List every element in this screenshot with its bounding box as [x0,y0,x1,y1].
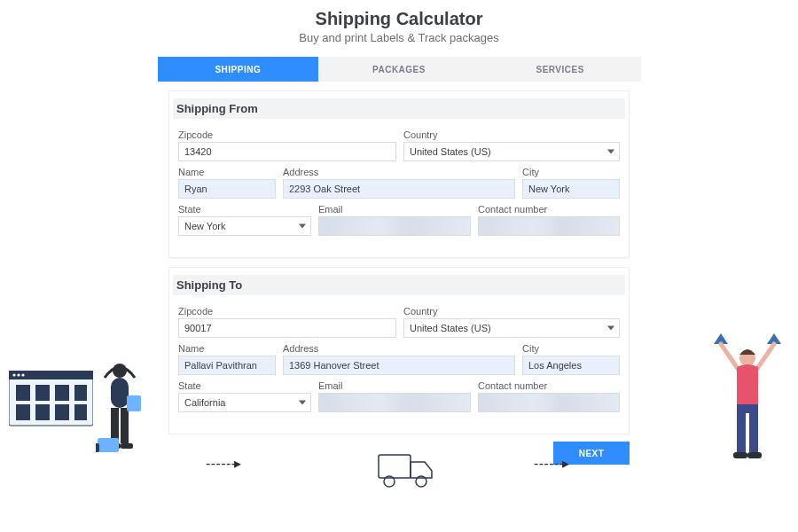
to-zipcode-input[interactable] [178,318,396,338]
browser-illustration [9,371,93,441]
tab-packages[interactable]: PACKAGES [318,57,480,82]
svg-point-2 [12,373,15,376]
to-address-label: Address [283,343,515,354]
svg-rect-14 [111,378,129,408]
to-name-input[interactable] [178,356,276,375]
to-email-input[interactable] [318,393,471,412]
to-country-label: Country [403,306,620,317]
svg-rect-10 [35,404,50,420]
from-contact-input[interactable] [478,216,620,236]
svg-rect-5 [16,385,30,401]
to-zipcode-label: Zipcode [178,306,396,317]
from-contact-label: Contact number [478,204,620,215]
arrow-icon: - - - - - -▸ [534,455,567,472]
from-country-label: Country [403,129,620,140]
to-city-input[interactable] [522,356,620,375]
from-address-label: Address [283,167,515,177]
truck-icon [377,450,439,497]
svg-rect-1 [9,371,93,379]
page-title: Shipping Calculator [0,9,798,29]
svg-rect-20 [98,438,119,452]
svg-rect-9 [16,404,30,420]
svg-rect-32 [747,452,762,458]
svg-point-3 [17,373,20,376]
from-email-label: Email [318,204,471,215]
tab-services[interactable]: SERVICES [480,57,641,82]
tab-shipping[interactable]: SHIPPING [158,57,319,82]
from-state-label: State [178,204,311,215]
svg-rect-21 [96,443,99,452]
to-contact-label: Contact number [478,380,620,391]
svg-rect-28 [737,404,758,413]
from-zipcode-input[interactable] [178,142,396,161]
svg-rect-22 [379,455,411,478]
svg-rect-30 [749,413,758,452]
to-name-label: Name [178,343,276,354]
svg-rect-18 [121,443,133,449]
svg-rect-31 [733,452,747,458]
from-email-input[interactable] [318,216,471,236]
from-name-input[interactable] [178,179,276,199]
svg-rect-11 [55,404,69,420]
svg-rect-6 [35,385,50,401]
svg-rect-16 [121,408,129,443]
from-state-select[interactable]: New York [178,216,311,236]
arrow-icon: - - - - - -▸ [206,455,239,472]
page-subtitle: Buy and print Labels & Track packages [0,31,798,44]
tabs: SHIPPING PACKAGES SERVICES [158,57,641,82]
svg-rect-19 [127,395,141,411]
from-city-input[interactable] [522,179,620,199]
shipping-to-card: Shipping To Zipcode Country United State… [168,267,630,434]
from-zipcode-label: Zipcode [178,129,396,140]
shopper-left-illustration [96,362,158,472]
svg-rect-29 [737,413,746,452]
to-state-select[interactable]: California [178,393,311,412]
to-contact-input[interactable] [478,393,620,412]
shipping-from-card: Shipping From Zipcode Country United Sta… [168,90,630,258]
svg-rect-12 [74,404,87,420]
shipping-from-title: Shipping From [173,98,625,119]
svg-rect-7 [55,385,69,401]
to-state-label: State [178,380,311,391]
shopper-right-illustration [710,328,786,473]
svg-point-4 [21,373,24,376]
shipping-to-title: Shipping To [173,275,625,295]
svg-rect-8 [74,385,87,401]
to-address-input[interactable] [283,356,515,375]
to-country-select[interactable]: United States (US) [403,318,620,338]
svg-point-13 [113,364,127,378]
from-city-label: City [522,167,620,177]
from-country-select[interactable]: United States (US) [403,142,620,161]
from-name-label: Name [178,167,276,177]
to-email-label: Email [318,380,471,391]
from-address-input[interactable] [283,179,515,199]
to-city-label: City [522,343,620,354]
